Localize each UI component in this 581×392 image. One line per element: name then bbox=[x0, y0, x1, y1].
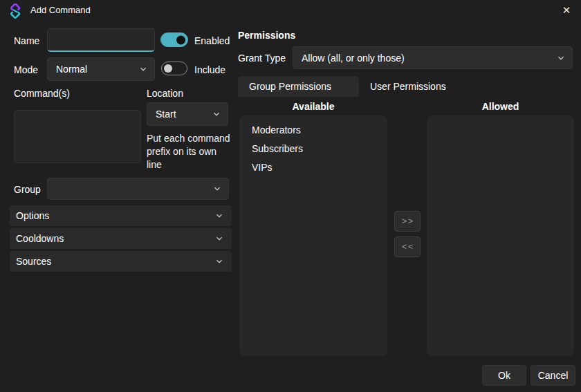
move-left-button[interactable]: << bbox=[394, 236, 421, 257]
group-label: Group bbox=[14, 184, 41, 195]
expander-label: Sources bbox=[16, 256, 215, 267]
enabled-label: Enabled bbox=[194, 35, 230, 46]
titlebar: Add Command ✕ bbox=[0, 0, 581, 21]
location-value: Start bbox=[156, 109, 212, 120]
location-dropdown[interactable]: Start bbox=[147, 102, 228, 126]
allowed-list[interactable] bbox=[427, 115, 574, 356]
list-item[interactable]: Moderators bbox=[239, 121, 387, 140]
tab-label: User Permissions bbox=[370, 81, 446, 92]
tab-group-permissions[interactable]: Group Permissions bbox=[238, 76, 359, 97]
toggle-knob bbox=[176, 35, 185, 44]
ok-button[interactable]: Ok bbox=[482, 365, 526, 386]
available-header: Available bbox=[239, 101, 387, 112]
close-icon[interactable]: ✕ bbox=[556, 1, 577, 19]
window-title: Add Command bbox=[30, 5, 91, 15]
app-logo-icon bbox=[8, 3, 22, 19]
tab-label: Group Permissions bbox=[249, 81, 331, 92]
chevron-down-icon bbox=[212, 110, 221, 118]
include-label: Include bbox=[194, 64, 225, 75]
mode-dropdown[interactable]: Normal bbox=[47, 57, 155, 81]
group-dropdown[interactable] bbox=[47, 178, 229, 200]
chevron-down-icon bbox=[215, 234, 223, 243]
chevron-down-icon bbox=[139, 65, 147, 73]
location-label: Location bbox=[147, 88, 183, 99]
expander-cooldowns[interactable]: Cooldowns bbox=[10, 228, 232, 249]
name-input[interactable] bbox=[47, 28, 155, 52]
commands-textarea[interactable] bbox=[14, 110, 141, 163]
include-toggle[interactable] bbox=[161, 62, 187, 75]
list-item[interactable]: VIPs bbox=[239, 158, 387, 177]
add-command-dialog: Add Command ✕ Name Enabled Mode Normal I… bbox=[0, 0, 581, 392]
grant-type-label: Grant Type bbox=[238, 53, 286, 64]
chevron-down-icon bbox=[215, 257, 223, 265]
name-label: Name bbox=[14, 35, 39, 46]
chevron-down-icon bbox=[215, 212, 223, 220]
cancel-button[interactable]: Cancel bbox=[531, 365, 575, 386]
move-right-button[interactable]: >> bbox=[394, 211, 421, 232]
commands-label: Command(s) bbox=[14, 88, 70, 99]
expander-sources[interactable]: Sources bbox=[10, 251, 232, 272]
expander-options[interactable]: Options bbox=[10, 205, 232, 226]
grant-type-value: Allow (all, or only those) bbox=[302, 53, 557, 64]
expander-label: Options bbox=[16, 210, 215, 221]
chevron-down-icon bbox=[213, 185, 221, 193]
mode-value: Normal bbox=[56, 64, 139, 75]
toggle-knob bbox=[164, 64, 172, 73]
allowed-header: Allowed bbox=[427, 101, 574, 112]
expander-label: Cooldowns bbox=[16, 233, 215, 244]
grant-type-dropdown[interactable]: Allow (all, or only those) bbox=[293, 46, 573, 69]
available-list[interactable]: ModeratorsSubscribersVIPs bbox=[239, 115, 387, 356]
location-hint: Put each command prefix on its own line bbox=[147, 132, 231, 171]
permissions-header: Permissions bbox=[238, 30, 295, 41]
tab-user-permissions[interactable]: User Permissions bbox=[359, 76, 470, 97]
mode-label: Mode bbox=[14, 64, 38, 75]
list-item[interactable]: Subscribers bbox=[239, 140, 387, 158]
enabled-toggle[interactable] bbox=[160, 32, 188, 47]
chevron-down-icon bbox=[557, 54, 565, 62]
